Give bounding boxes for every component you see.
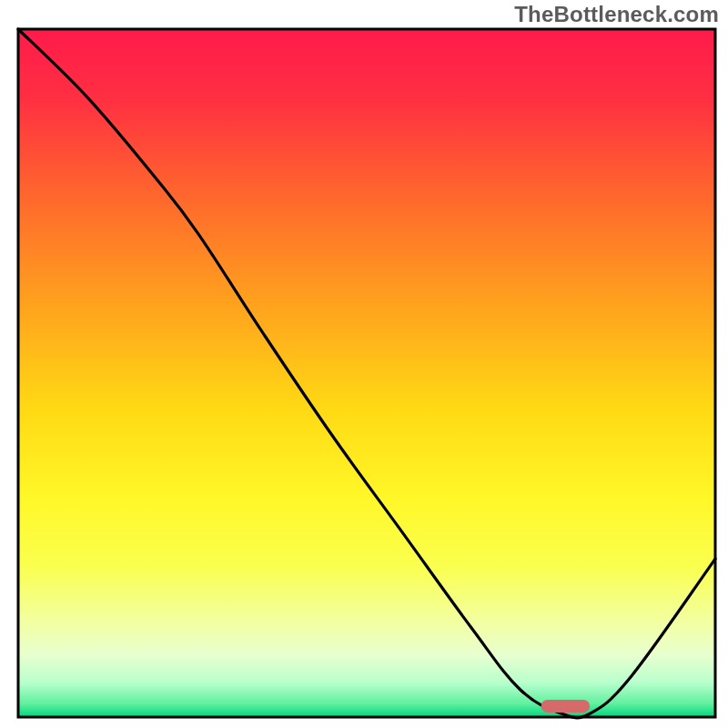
optimal-marker (541, 700, 591, 713)
chart-stage: TheBottleneck.com (0, 0, 728, 728)
gradient-fill (18, 29, 715, 717)
bottleneck-chart (0, 0, 728, 728)
